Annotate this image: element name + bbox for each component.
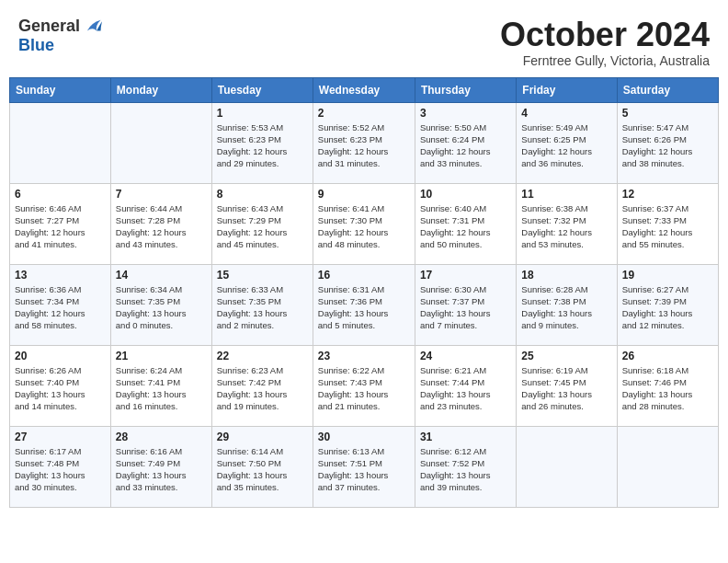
calendar-cell	[10, 102, 111, 183]
page-header: General Blue October 2024 Ferntree Gully…	[9, 9, 719, 72]
calendar-cell: 2Sunrise: 5:52 AM Sunset: 6:23 PM Daylig…	[313, 102, 415, 183]
calendar-cell: 28Sunrise: 6:16 AM Sunset: 7:49 PM Dayli…	[110, 426, 211, 507]
day-header-saturday: Saturday	[617, 77, 718, 102]
day-number: 2	[318, 107, 410, 120]
day-number: 23	[318, 350, 410, 362]
day-number: 8	[217, 188, 308, 201]
day-info: Sunrise: 6:37 AM Sunset: 7:33 PM Dayligh…	[622, 202, 713, 251]
day-info: Sunrise: 6:18 AM Sunset: 7:46 PM Dayligh…	[622, 364, 713, 413]
calendar-week-row: 13Sunrise: 6:36 AM Sunset: 7:34 PM Dayli…	[10, 264, 719, 345]
day-info: Sunrise: 6:46 AM Sunset: 7:27 PM Dayligh…	[15, 202, 106, 251]
calendar-cell: 17Sunrise: 6:30 AM Sunset: 7:37 PM Dayli…	[415, 264, 516, 345]
calendar-week-row: 27Sunrise: 6:17 AM Sunset: 7:48 PM Dayli…	[10, 426, 719, 507]
calendar-cell: 26Sunrise: 6:18 AM Sunset: 7:46 PM Dayli…	[617, 345, 718, 426]
day-info: Sunrise: 6:22 AM Sunset: 7:43 PM Dayligh…	[318, 364, 410, 413]
day-number: 3	[420, 107, 511, 120]
calendar-cell: 29Sunrise: 6:14 AM Sunset: 7:50 PM Dayli…	[211, 426, 313, 507]
calendar-cell: 1Sunrise: 5:53 AM Sunset: 6:23 PM Daylig…	[211, 102, 313, 183]
day-number: 22	[217, 350, 308, 362]
title-block: October 2024 Ferntree Gully, Victoria, A…	[500, 17, 710, 68]
day-info: Sunrise: 6:41 AM Sunset: 7:30 PM Dayligh…	[318, 202, 410, 251]
calendar-cell	[617, 426, 718, 507]
calendar-cell: 3Sunrise: 5:50 AM Sunset: 6:24 PM Daylig…	[415, 102, 516, 183]
day-info: Sunrise: 6:36 AM Sunset: 7:34 PM Dayligh…	[15, 283, 106, 332]
calendar-cell: 25Sunrise: 6:19 AM Sunset: 7:45 PM Dayli…	[517, 345, 617, 426]
calendar-cell: 22Sunrise: 6:23 AM Sunset: 7:42 PM Dayli…	[211, 345, 313, 426]
day-info: Sunrise: 6:21 AM Sunset: 7:44 PM Dayligh…	[420, 364, 511, 413]
day-info: Sunrise: 5:53 AM Sunset: 6:23 PM Dayligh…	[217, 121, 308, 170]
day-info: Sunrise: 6:27 AM Sunset: 7:39 PM Dayligh…	[622, 283, 713, 332]
day-number: 19	[622, 269, 713, 282]
logo-general-text: General	[18, 17, 80, 36]
day-number: 25	[521, 350, 611, 362]
day-number: 6	[15, 188, 106, 201]
day-info: Sunrise: 6:31 AM Sunset: 7:36 PM Dayligh…	[318, 283, 410, 332]
calendar-cell: 18Sunrise: 6:28 AM Sunset: 7:38 PM Dayli…	[517, 264, 617, 345]
calendar-cell: 13Sunrise: 6:36 AM Sunset: 7:34 PM Dayli…	[10, 264, 111, 345]
day-number: 9	[318, 188, 410, 201]
calendar-cell: 31Sunrise: 6:12 AM Sunset: 7:52 PM Dayli…	[415, 426, 516, 507]
calendar-week-row: 1Sunrise: 5:53 AM Sunset: 6:23 PM Daylig…	[10, 102, 719, 183]
day-number: 7	[116, 188, 207, 201]
month-title: October 2024	[500, 17, 710, 53]
day-number: 18	[521, 269, 611, 282]
calendar-cell: 10Sunrise: 6:40 AM Sunset: 7:31 PM Dayli…	[415, 183, 516, 264]
location-text: Ferntree Gully, Victoria, Australia	[500, 53, 710, 68]
day-info: Sunrise: 6:17 AM Sunset: 7:48 PM Dayligh…	[15, 445, 106, 494]
day-header-monday: Monday	[110, 77, 211, 102]
calendar-cell: 21Sunrise: 6:24 AM Sunset: 7:41 PM Dayli…	[110, 345, 211, 426]
calendar-cell: 7Sunrise: 6:44 AM Sunset: 7:28 PM Daylig…	[110, 183, 211, 264]
day-info: Sunrise: 6:13 AM Sunset: 7:51 PM Dayligh…	[318, 445, 410, 494]
day-header-sunday: Sunday	[10, 77, 111, 102]
calendar-cell: 20Sunrise: 6:26 AM Sunset: 7:40 PM Dayli…	[10, 345, 111, 426]
logo-bird-icon	[82, 17, 102, 37]
calendar-cell: 27Sunrise: 6:17 AM Sunset: 7:48 PM Dayli…	[10, 426, 111, 507]
day-info: Sunrise: 6:38 AM Sunset: 7:32 PM Dayligh…	[521, 202, 611, 251]
calendar-cell: 4Sunrise: 5:49 AM Sunset: 6:25 PM Daylig…	[517, 102, 617, 183]
calendar-cell: 23Sunrise: 6:22 AM Sunset: 7:43 PM Dayli…	[313, 345, 415, 426]
day-info: Sunrise: 6:33 AM Sunset: 7:35 PM Dayligh…	[217, 283, 308, 332]
logo-blue-text: Blue	[18, 36, 54, 54]
day-number: 17	[420, 269, 511, 282]
day-number: 15	[217, 269, 308, 282]
calendar-cell: 12Sunrise: 6:37 AM Sunset: 7:33 PM Dayli…	[617, 183, 718, 264]
day-header-friday: Friday	[517, 77, 617, 102]
calendar-cell: 14Sunrise: 6:34 AM Sunset: 7:35 PM Dayli…	[110, 264, 211, 345]
calendar-cell	[110, 102, 211, 183]
calendar-cell: 5Sunrise: 5:47 AM Sunset: 6:26 PM Daylig…	[617, 102, 718, 183]
day-info: Sunrise: 6:26 AM Sunset: 7:40 PM Dayligh…	[15, 364, 106, 413]
day-header-tuesday: Tuesday	[211, 77, 313, 102]
day-info: Sunrise: 6:40 AM Sunset: 7:31 PM Dayligh…	[420, 202, 511, 251]
calendar-cell: 8Sunrise: 6:43 AM Sunset: 7:29 PM Daylig…	[211, 183, 313, 264]
calendar-week-row: 20Sunrise: 6:26 AM Sunset: 7:40 PM Dayli…	[10, 345, 719, 426]
calendar-cell: 15Sunrise: 6:33 AM Sunset: 7:35 PM Dayli…	[211, 264, 313, 345]
day-number: 24	[420, 350, 511, 362]
calendar-cell: 16Sunrise: 6:31 AM Sunset: 7:36 PM Dayli…	[313, 264, 415, 345]
day-number: 10	[420, 188, 511, 201]
day-number: 12	[622, 188, 713, 201]
calendar-cell: 19Sunrise: 6:27 AM Sunset: 7:39 PM Dayli…	[617, 264, 718, 345]
day-header-thursday: Thursday	[415, 77, 516, 102]
day-number: 26	[622, 350, 713, 362]
day-info: Sunrise: 5:47 AM Sunset: 6:26 PM Dayligh…	[622, 121, 713, 170]
day-number: 30	[318, 431, 410, 443]
day-number: 11	[521, 188, 611, 201]
day-info: Sunrise: 6:19 AM Sunset: 7:45 PM Dayligh…	[521, 364, 611, 413]
day-info: Sunrise: 5:52 AM Sunset: 6:23 PM Dayligh…	[318, 121, 410, 170]
day-info: Sunrise: 6:14 AM Sunset: 7:50 PM Dayligh…	[217, 445, 308, 494]
day-info: Sunrise: 6:12 AM Sunset: 7:52 PM Dayligh…	[420, 445, 511, 494]
day-number: 21	[116, 350, 207, 362]
calendar-week-row: 6Sunrise: 6:46 AM Sunset: 7:27 PM Daylig…	[10, 183, 719, 264]
calendar-cell: 30Sunrise: 6:13 AM Sunset: 7:51 PM Dayli…	[313, 426, 415, 507]
calendar-header-row: SundayMondayTuesdayWednesdayThursdayFrid…	[10, 77, 719, 102]
calendar-table: SundayMondayTuesdayWednesdayThursdayFrid…	[9, 77, 719, 508]
day-number: 31	[420, 431, 511, 443]
day-number: 29	[217, 431, 308, 443]
day-number: 20	[15, 350, 106, 362]
day-info: Sunrise: 6:44 AM Sunset: 7:28 PM Dayligh…	[116, 202, 207, 251]
day-info: Sunrise: 6:16 AM Sunset: 7:49 PM Dayligh…	[116, 445, 207, 494]
day-info: Sunrise: 6:30 AM Sunset: 7:37 PM Dayligh…	[420, 283, 511, 332]
calendar-cell: 6Sunrise: 6:46 AM Sunset: 7:27 PM Daylig…	[10, 183, 111, 264]
logo: General Blue	[18, 17, 102, 55]
day-info: Sunrise: 6:23 AM Sunset: 7:42 PM Dayligh…	[217, 364, 308, 413]
